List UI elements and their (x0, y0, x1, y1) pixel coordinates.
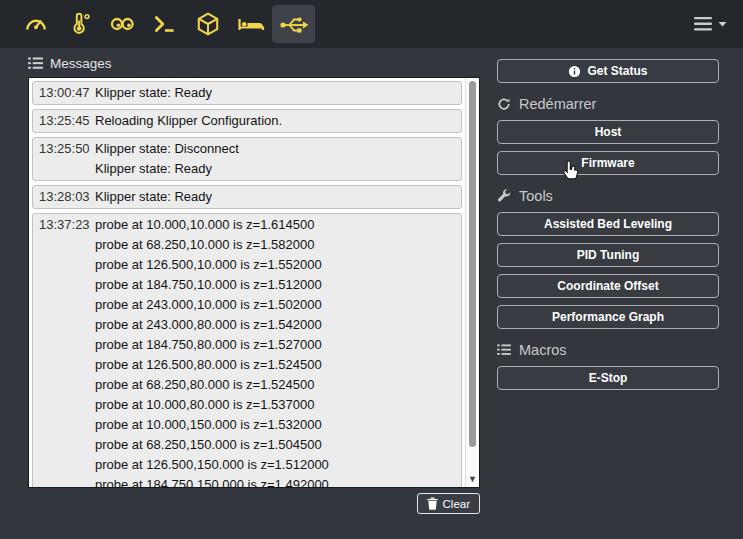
message-time (39, 375, 95, 395)
message-text: probe at 126.500,80.000 is z=1.524500 (95, 355, 322, 375)
tab-terminal[interactable] (143, 5, 186, 43)
message-log[interactable]: 13:00:47 Klipper state: Ready 13:25:45 R… (28, 77, 480, 488)
message-text: Klipper state: Disconnect (95, 139, 239, 159)
message-text: Klipper state: Ready (95, 159, 212, 179)
message-text: probe at 126.500,150.000 is z=1.512000 (95, 455, 329, 475)
cube-icon (195, 11, 221, 37)
message-time (39, 415, 95, 435)
message-text: Reloading Klipper Configuration. (95, 111, 282, 131)
top-navbar (0, 0, 743, 48)
section-header-macros: Macros (497, 341, 719, 359)
message-time (39, 475, 95, 488)
message-text: probe at 126.500,10.000 is z=1.552000 (95, 255, 322, 275)
trash-icon (427, 497, 438, 510)
message-time (39, 315, 95, 335)
message-group: 13:25:50 Klipper state: Disconnect Klipp… (32, 137, 462, 181)
wrench-icon (497, 189, 511, 203)
firmware-button[interactable]: Firmware (497, 151, 719, 175)
menu-button[interactable] (692, 12, 729, 36)
message-text: probe at 184.750,10.000 is z=1.512000 (95, 275, 322, 295)
list-icon (497, 344, 511, 356)
message-time (39, 395, 95, 415)
message-time: 13:00:47 (39, 83, 95, 103)
message-group: 13:00:47 Klipper state: Ready (32, 81, 462, 105)
messages-icon (28, 57, 43, 70)
webcam-icon (108, 11, 136, 37)
messages-panel: Messages 13:00:47 Klipper state: Ready 1… (28, 54, 480, 514)
pid-tuning-button[interactable]: PID Tuning (497, 243, 719, 267)
clear-label: Clear (443, 498, 470, 510)
assisted-bed-leveling-button[interactable]: Assisted Bed Leveling (497, 212, 719, 236)
get-status-label: Get Status (587, 64, 647, 78)
clear-button[interactable]: Clear (417, 493, 480, 514)
coordinate-offset-button[interactable]: Coordinate Offset (497, 274, 719, 298)
messages-footer: Clear (28, 493, 480, 514)
tab-bed-leveling[interactable] (229, 5, 272, 43)
message-text: probe at 68.250,150.000 is z=1.504500 (95, 435, 322, 455)
message-text: probe at 68.250,10.000 is z=1.582000 (95, 235, 314, 255)
message-time: 13:25:50 (39, 139, 95, 159)
message-group: 13:25:45 Reloading Klipper Configuration… (32, 109, 462, 133)
section-title-restart: Redémarrer (519, 96, 596, 112)
message-text: probe at 243.000,10.000 is z=1.502000 (95, 295, 322, 315)
tachometer-icon (23, 11, 49, 37)
messages-header: Messages (28, 54, 480, 72)
message-time (39, 355, 95, 375)
message-text: probe at 10.000,10.000 is z=1.614500 (95, 215, 314, 235)
refresh-icon (497, 97, 511, 111)
section-title-macros: Macros (519, 342, 567, 358)
message-text: probe at 68.250,80.000 is z=1.524500 (95, 375, 314, 395)
message-time: 13:28:03 (39, 187, 95, 207)
message-text: Klipper state: Ready (95, 187, 212, 207)
terminal-icon (152, 11, 178, 37)
message-time (39, 295, 95, 315)
section-title-tools: Tools (519, 188, 553, 204)
e-stop-button[interactable]: E-Stop (497, 366, 719, 390)
message-time: 13:37:23 (39, 215, 95, 235)
message-time (39, 435, 95, 455)
tab-temperature[interactable] (57, 5, 100, 43)
tab-control[interactable] (100, 5, 143, 43)
message-text: probe at 184.750,80.000 is z=1.527000 (95, 335, 322, 355)
message-text: probe at 10.000,80.000 is z=1.537000 (95, 395, 314, 415)
info-icon (568, 65, 581, 78)
section-header-tools: Tools (497, 187, 719, 205)
message-text: probe at 184.750,150.000 is z=1.492000 (95, 475, 329, 488)
message-time (39, 159, 95, 179)
host-button[interactable]: Host (497, 120, 719, 144)
message-text: probe at 243.000,80.000 is z=1.542000 (95, 315, 322, 335)
hamburger-icon (694, 16, 714, 32)
tab-klipper[interactable] (272, 5, 315, 43)
message-group: 13:28:03 Klipper state: Ready (32, 185, 462, 209)
messages-title: Messages (50, 56, 112, 71)
message-time (39, 275, 95, 295)
klipper-action-panel: Get Status Redémarrer Host Firmware Tool… (497, 59, 719, 397)
message-time (39, 235, 95, 255)
thermometer-icon (67, 11, 91, 37)
message-group: 13:37:23 probe at 10.000,10.000 is z=1.6… (32, 213, 462, 488)
scroll-down-arrow[interactable]: ▼ (466, 474, 479, 484)
tab-gcode-viewer[interactable] (186, 5, 229, 43)
message-text: probe at 10.000,150.000 is z=1.532000 (95, 415, 322, 435)
performance-graph-button[interactable]: Performance Graph (497, 305, 719, 329)
bed-icon (237, 11, 265, 37)
scrollbar-thumb[interactable] (469, 81, 476, 447)
usb-icon (279, 11, 309, 37)
message-time (39, 455, 95, 475)
chevron-down-icon (718, 21, 727, 28)
tab-dashboard[interactable] (14, 5, 57, 43)
get-status-button[interactable]: Get Status (497, 59, 719, 83)
message-time (39, 255, 95, 275)
message-time (39, 335, 95, 355)
section-header-restart: Redémarrer (497, 95, 719, 113)
scrollbar-track[interactable]: ▼ (465, 78, 479, 487)
message-text: Klipper state: Ready (95, 83, 212, 103)
message-time: 13:25:45 (39, 111, 95, 131)
